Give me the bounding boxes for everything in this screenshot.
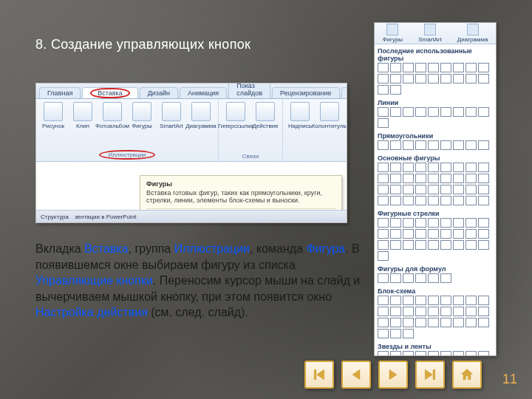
next-slide-button[interactable] <box>378 361 408 389</box>
shape-icon <box>378 318 389 327</box>
shape-icon <box>428 163 439 172</box>
shape-icon <box>466 218 477 228</box>
shape-icon <box>478 296 489 305</box>
shape-icon <box>378 140 389 150</box>
shape-icon <box>415 218 426 228</box>
shape-icon <box>440 273 451 283</box>
shape-icon <box>466 74 477 83</box>
ribbon-group: Гиперссылка Действие Связи <box>219 99 283 161</box>
shape-icon <box>403 163 414 172</box>
shape-icon <box>428 140 439 150</box>
shape-icon <box>378 351 389 356</box>
ribbon-item: Гиперссылка <box>223 102 248 129</box>
keyword: Управляющие кнопки <box>35 274 153 287</box>
shape-icon <box>390 140 401 150</box>
ribbon-item: Надпись <box>287 102 313 129</box>
shape-icon <box>403 218 414 228</box>
shape-category-title: Прямоугольники <box>378 132 493 140</box>
shape-icon <box>466 174 477 183</box>
shape-icon <box>415 273 426 283</box>
ribbon-item: Диаграмма <box>188 102 214 129</box>
shape-icon <box>403 329 414 338</box>
shape-category: Прямоугольники <box>375 129 496 151</box>
last-slide-button[interactable] <box>415 361 445 389</box>
ribbon-tab: Показ слайдов <box>228 83 270 98</box>
shape-icon <box>478 218 489 228</box>
shape-icon <box>428 273 439 283</box>
shape-icon <box>378 118 389 128</box>
shape-icon <box>403 318 414 327</box>
shape-icon <box>403 185 414 194</box>
ribbon-item: Действие <box>253 102 278 129</box>
shape-icon <box>466 351 477 356</box>
shape-icon <box>403 196 414 205</box>
ribbon-group: Надпись Колонтитулы <box>283 99 347 161</box>
shape-icon <box>390 63 401 72</box>
shape-icon <box>453 140 464 150</box>
shape-icon <box>440 185 451 194</box>
shape-icon <box>390 318 401 327</box>
shape-icon <box>390 85 401 95</box>
shape-icon <box>466 307 477 316</box>
action-button-row <box>304 361 482 389</box>
ribbon-item: Рисунок <box>41 102 66 129</box>
ribbon-body: Рисунок Клип Фотоальбом Фигуры SmartArt … <box>36 99 347 162</box>
shape-icon <box>378 107 389 117</box>
shape-icon <box>428 229 439 239</box>
ribbon-group: Рисунок Клип Фотоальбом Фигуры SmartArt … <box>36 99 219 161</box>
shape-icon <box>453 229 464 239</box>
shape-icon <box>403 63 414 72</box>
ribbon-item: Фигуры <box>129 102 154 129</box>
ribbon-status: Структура зентации в PowerPoint <box>36 210 347 222</box>
ribbon-group-label: Иллюстрации <box>99 150 154 160</box>
ribbon-item: Клип <box>70 102 95 129</box>
shape-icon <box>428 296 439 305</box>
shape-icon <box>390 329 401 338</box>
shape-icon <box>466 196 477 205</box>
shape-icon <box>415 107 426 117</box>
shape-icon <box>428 240 439 250</box>
shape-icon <box>378 218 389 228</box>
shape-icon <box>466 296 477 305</box>
shape-icon <box>415 140 426 150</box>
ribbon-item: SmartArt <box>159 102 184 129</box>
shape-icon <box>428 174 439 183</box>
home-button[interactable] <box>452 361 482 389</box>
shape-icon <box>478 229 489 239</box>
ribbon-tab: Главная <box>39 87 81 98</box>
shape-icon <box>466 107 477 117</box>
shape-icon <box>403 229 414 239</box>
shape-icon <box>415 174 426 183</box>
shape-icon <box>466 229 477 239</box>
shape-icon <box>466 185 477 194</box>
shape-icon <box>478 74 489 83</box>
shape-icon <box>428 63 439 72</box>
next-icon <box>386 367 400 382</box>
keyword: Иллюстрации <box>174 242 250 255</box>
shape-icon <box>440 63 451 72</box>
ribbon-tab: Анимация <box>180 87 227 98</box>
shape-icon <box>390 296 401 305</box>
shape-category: Звезды и ленты <box>375 340 496 356</box>
shape-icon <box>378 296 389 305</box>
shape-icon <box>453 240 464 250</box>
first-icon <box>312 367 327 382</box>
prev-slide-button[interactable] <box>341 361 371 389</box>
shape-icon <box>390 196 401 205</box>
shape-icon <box>378 196 389 205</box>
first-slide-button[interactable] <box>304 361 334 389</box>
shape-icon <box>378 329 389 338</box>
shapes-panel-top: Фигуры SmartArt Диаграмма <box>375 23 496 44</box>
shape-icon <box>415 240 426 250</box>
tooltip-title: Фигуры <box>146 180 335 188</box>
shape-icon <box>428 185 439 194</box>
shape-icon <box>440 74 451 83</box>
shape-icon <box>378 63 389 72</box>
shape-icon <box>403 74 414 83</box>
shape-icon <box>453 196 464 205</box>
ribbon-item: Фотоальбом <box>100 102 125 129</box>
shape-icon <box>378 74 389 83</box>
shape-icon <box>440 196 451 205</box>
shape-category-title: Линии <box>378 99 493 106</box>
shape-category: Последние использованные фигуры <box>375 44 496 96</box>
